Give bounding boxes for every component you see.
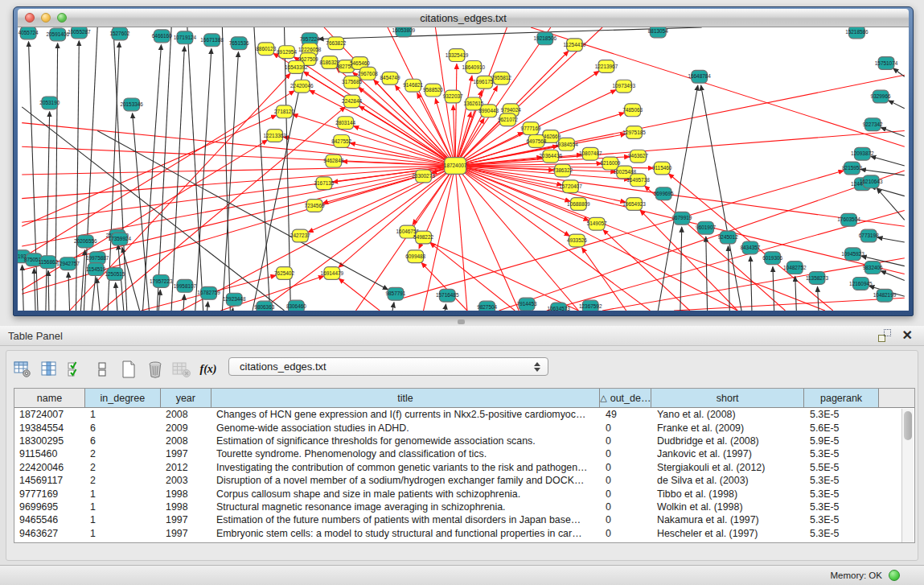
graph-edge[interactable] bbox=[222, 52, 238, 311]
select-rows-icon[interactable] bbox=[66, 360, 85, 378]
graph-node[interactable]: 19218506 bbox=[534, 32, 557, 45]
graph-node[interactable]: 2427237 bbox=[290, 229, 310, 242]
graph-node[interactable]: 12367592 bbox=[579, 300, 602, 311]
graph-node[interactable]: 3167135 bbox=[314, 177, 334, 190]
graph-node[interactable]: 10688809 bbox=[567, 198, 590, 211]
scrollbar-thumb[interactable] bbox=[904, 411, 912, 440]
graph-node[interactable]: 9699695 bbox=[654, 187, 674, 200]
graph-node[interactable]: 8434357 bbox=[740, 241, 760, 254]
vertical-scrollbar[interactable] bbox=[901, 409, 914, 542]
graph-edge[interactable] bbox=[46, 112, 50, 311]
graph-node[interactable]: 6497568 bbox=[526, 134, 546, 147]
graph-edge[interactable] bbox=[359, 88, 455, 166]
function-builder-icon[interactable]: f(x) bbox=[199, 360, 218, 378]
graph-node[interactable]: 12160945 bbox=[849, 277, 873, 290]
graph-edge[interactable] bbox=[29, 42, 38, 311]
graph-edge[interactable] bbox=[889, 101, 905, 109]
graph-node[interactable]: 1156862 bbox=[39, 256, 59, 269]
table-row[interactable]: 1938455462009Genome-wide association stu… bbox=[14, 421, 914, 434]
graph-edge[interactable] bbox=[97, 278, 100, 311]
graph-edge[interactable] bbox=[860, 169, 904, 175]
graph-edge[interactable] bbox=[207, 302, 208, 311]
graph-edge[interactable] bbox=[195, 49, 211, 311]
graph-node[interactable]: 12213967 bbox=[595, 60, 618, 73]
graph-edge[interactable] bbox=[187, 27, 203, 311]
table-row[interactable]: 1872400712008Changes of HCN gene express… bbox=[14, 408, 914, 421]
graph-node[interactable]: 4933526 bbox=[567, 234, 587, 247]
graph-node[interactable]: 9832406 bbox=[863, 262, 883, 274]
graph-edge[interactable] bbox=[183, 295, 184, 311]
graph-node[interactable]: 13325419 bbox=[446, 49, 469, 62]
graph-node[interactable]: 9777169 bbox=[521, 122, 541, 135]
graph-node[interactable]: 6019306 bbox=[762, 252, 782, 265]
close-panel-icon[interactable]: ✕ bbox=[902, 329, 913, 342]
table-source-select[interactable]: citations_edges.txt bbox=[228, 357, 548, 376]
graph-edge[interactable] bbox=[750, 257, 752, 311]
graph-node[interactable]: 8306460 bbox=[286, 300, 306, 311]
graph-edge[interactable] bbox=[22, 140, 267, 290]
graph-node[interactable]: 8215953 bbox=[842, 162, 862, 175]
graph-node[interactable]: 19958107 bbox=[174, 279, 197, 292]
graph-edge[interactable] bbox=[404, 171, 844, 298]
graph-node[interactable]: 2053190 bbox=[39, 97, 60, 109]
graph-node[interactable]: 3175685 bbox=[342, 76, 362, 89]
graph-edge[interactable] bbox=[23, 266, 24, 311]
graph-node[interactable]: 9588520 bbox=[423, 84, 443, 97]
table-row[interactable]: 977716911998Corpus callosum shape and si… bbox=[14, 487, 914, 500]
graph-edge[interactable] bbox=[158, 290, 160, 311]
graph-node[interactable]: 9601907 bbox=[696, 221, 716, 234]
graph-edge[interactable] bbox=[22, 166, 455, 246]
delete-table-icon[interactable] bbox=[146, 360, 165, 378]
graph-edge[interactable] bbox=[455, 166, 825, 311]
column-header-year[interactable]: year bbox=[161, 389, 211, 407]
table-row[interactable]: 1830029562008Estimation of significance … bbox=[14, 435, 914, 447]
graph-node[interactable]: 16782759 bbox=[197, 286, 220, 299]
graph-node[interactable]: 15218586 bbox=[845, 27, 869, 39]
graph-node[interactable]: 20153346 bbox=[120, 98, 143, 111]
graph-edge[interactable] bbox=[877, 237, 905, 242]
graph-node[interactable]: 1527602 bbox=[109, 27, 129, 40]
graph-node[interactable]: 16053809 bbox=[392, 27, 416, 37]
graph-node[interactable]: 7663822 bbox=[326, 37, 346, 50]
splitter-handle[interactable] bbox=[458, 319, 465, 324]
graph-edge[interactable] bbox=[893, 68, 905, 76]
graph-node[interactable]: 8860123 bbox=[256, 43, 276, 56]
graph-edge[interactable] bbox=[68, 273, 70, 311]
graph-node[interactable]: 17603504 bbox=[837, 213, 860, 226]
graph-node[interactable]: 10482199 bbox=[873, 289, 897, 302]
graph-node[interactable]: 8990443 bbox=[478, 105, 499, 117]
graph-node[interactable]: 2803144 bbox=[335, 117, 355, 130]
graph-node[interactable]: 20591406 bbox=[46, 28, 69, 41]
graph-node[interactable]: 6466160 bbox=[152, 30, 172, 43]
graph-edge[interactable] bbox=[392, 303, 394, 311]
graph-node[interactable]: 10945923 bbox=[841, 248, 864, 261]
graph-node[interactable]: 8912954 bbox=[277, 46, 297, 59]
column-header-pagerank[interactable]: pagerank bbox=[804, 389, 879, 407]
graph-edge[interactable] bbox=[680, 227, 682, 311]
graph-node[interactable]: 9463627 bbox=[628, 150, 648, 163]
graph-edge[interactable] bbox=[76, 41, 79, 311]
graph-node[interactable]: 2242844 bbox=[342, 95, 362, 108]
graph-edge[interactable] bbox=[22, 166, 455, 199]
table-row[interactable]: 946362711997Embryonic stem cells: a mode… bbox=[14, 527, 914, 540]
graph-edge[interactable] bbox=[795, 276, 797, 311]
graph-edge[interactable] bbox=[455, 166, 650, 311]
graph-edge[interactable] bbox=[318, 27, 702, 39]
merge-columns-icon[interactable] bbox=[92, 360, 112, 378]
graph-node[interactable]: 7651536 bbox=[229, 37, 249, 50]
graph-node[interactable]: 16914479 bbox=[321, 267, 344, 280]
table-row[interactable]: 946554611997Estimation of the future num… bbox=[14, 513, 914, 526]
graph-node[interactable]: 18640910 bbox=[462, 61, 486, 74]
graph-edge[interactable] bbox=[455, 166, 467, 311]
graph-node[interactable]: 16648784 bbox=[688, 70, 711, 83]
graph-edge[interactable] bbox=[455, 75, 905, 166]
graph-edge[interactable] bbox=[133, 113, 150, 311]
graph-edge[interactable] bbox=[455, 131, 905, 167]
show-columns-icon[interactable] bbox=[39, 360, 59, 378]
float-panel-icon[interactable] bbox=[878, 329, 891, 342]
graph-edge[interactable] bbox=[773, 267, 774, 311]
graph-node[interactable]: 10055287 bbox=[68, 27, 91, 39]
graph-node[interactable]: 4055724 bbox=[18, 27, 39, 39]
graph-node[interactable]: 5149057 bbox=[587, 217, 607, 230]
table-row[interactable]: 969969511998Structural magnetic resonanc… bbox=[14, 501, 914, 513]
